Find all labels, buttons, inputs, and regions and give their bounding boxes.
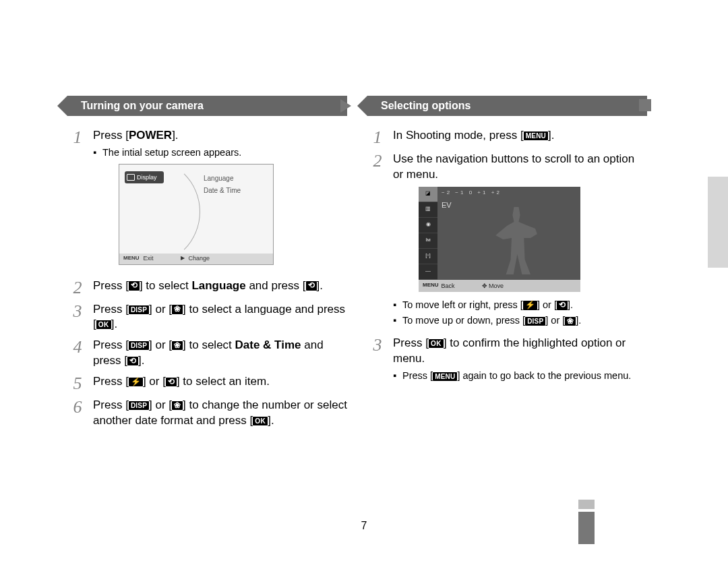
text: ] or [ — [545, 315, 565, 326]
right-step-2: 2 Use the navigation buttons to scroll t… — [367, 152, 647, 330]
text: To move up or down, press [ — [402, 315, 525, 326]
ok-icon: OK — [429, 339, 444, 348]
side-tab-highlight — [708, 177, 728, 268]
sub-text: The intial setup screen appears. — [102, 146, 347, 160]
lcd-footer-move: Move — [482, 282, 504, 290]
lcd-footer: MENU Back Move — [419, 280, 580, 292]
text: Press [ — [93, 279, 129, 292]
step-body: Press [POWER]. ▪ The intial setup screen… — [93, 128, 347, 273]
right-heading: Selecting options — [367, 96, 647, 116]
left-column: Turning on your camera 1 Press [POWER]. … — [67, 96, 347, 434]
text: ]. — [111, 318, 117, 330]
step-number: 4 — [67, 338, 88, 369]
flower-icon: ❀ — [172, 401, 183, 410]
bullet-icon: ▪ — [93, 146, 100, 160]
content-area: Turning on your camera 1 Press [POWER]. … — [67, 96, 647, 434]
lcd-options: Language Date & Time — [204, 173, 241, 197]
left-step-3: 3 Press [DISP] or [❀] to select a langua… — [67, 302, 347, 333]
text: ] to select an item. — [177, 375, 270, 388]
lcd-shooting-screen: ◪ ▥ ◉ Iм [▫] — −2 −1 0 +1 +2 EV MENU — [419, 187, 580, 292]
disp-icon: DISP — [129, 305, 149, 314]
step-body: Press [DISP] or [❀] to select Date & Tim… — [93, 338, 347, 369]
ok-icon: OK — [96, 320, 111, 329]
lcd-footer-back: Back — [442, 282, 455, 290]
lcd-person-silhouette — [493, 207, 540, 274]
lcd-side-icon: ◪ — [419, 187, 437, 202]
lcd-side-icon: — — [419, 264, 437, 280]
sub-text: To move up or down, press [DISP] or [❀]. — [402, 314, 647, 328]
text: and press [ — [246, 279, 306, 292]
disp-icon: DISP — [129, 401, 149, 410]
step-body: Press [DISP] or [❀] to change the number… — [93, 398, 347, 429]
right-heading-text: Selecting options — [381, 100, 471, 111]
play-icon — [340, 99, 351, 113]
lcd-side-icons: ◪ ▥ ◉ Iм [▫] — — [419, 187, 437, 280]
text: ] or [ — [149, 303, 172, 316]
page: English Turning on your camera 1 Press [… — [0, 0, 728, 563]
ok-icon: OK — [253, 417, 268, 425]
right-step-3: 3 Press [OK] to confirm the highlighted … — [367, 336, 647, 385]
lcd-footer-menu: MENU — [423, 282, 439, 289]
sub-bullet: ▪ To move left or right, press [⚡] or [⟲… — [393, 299, 647, 312]
lcd-side-icon: ▥ — [419, 202, 437, 218]
bullet-icon: ▪ — [393, 314, 400, 328]
lcd-footer-exit: Exit — [144, 254, 154, 262]
text: ] to select — [140, 279, 191, 292]
disp-icon: DISP — [525, 317, 545, 326]
text: ]. — [172, 129, 178, 142]
right-step-1: 1 In Shooting mode, press [MENU]. — [367, 128, 647, 146]
sub-text: Press [MENU] again to go back to the pre… — [402, 369, 647, 383]
step-body: Press [⟲] to select Language and press [… — [93, 278, 347, 297]
step-body: Press [OK] to confirm the highlighted op… — [393, 336, 647, 385]
lcd-option-datetime: Date & Time — [204, 185, 241, 197]
menu-icon: MENU — [524, 131, 548, 140]
right-column: Selecting options 1 In Shooting mode, pr… — [367, 96, 647, 390]
text: ] or [ — [143, 375, 166, 388]
step-number: 2 — [67, 278, 88, 297]
text: ] or [ — [537, 299, 557, 310]
lcd-display-tab: Display — [125, 171, 164, 183]
step-body: Press [⚡] or [⟲] to select an item. — [93, 374, 347, 392]
left-heading: Turning on your camera — [67, 96, 347, 116]
flower-icon: ❀ — [172, 305, 183, 314]
text: ]. — [548, 129, 554, 142]
bold-text: Language — [191, 279, 245, 292]
text: To move left or right, press [ — [402, 299, 523, 310]
step-number: 2 — [367, 152, 388, 330]
sub-bullet: ▪ The intial setup screen appears. — [93, 146, 347, 160]
step-body: Press [DISP] or [❀] to select a language… — [93, 302, 347, 333]
step-number: 3 — [367, 336, 388, 385]
text: Use the navigation buttons to scroll to … — [393, 152, 634, 181]
text: In Shooting mode, press [ — [393, 129, 524, 142]
menu-icon: MENU — [433, 372, 457, 381]
left-step-2: 2 Press [⟲] to select Language and press… — [67, 278, 347, 297]
left-step-1: 1 Press [POWER]. ▪ The intial setup scre… — [67, 128, 347, 273]
text: ]. — [317, 279, 323, 292]
left-step-6: 6 Press [DISP] or [❀] to change the numb… — [67, 398, 347, 429]
timer-icon: ⟲ — [127, 357, 138, 365]
timer-icon: ⟲ — [557, 301, 568, 309]
step-number: 1 — [367, 128, 388, 146]
text: Press [ — [93, 303, 129, 316]
text: Press [ — [93, 375, 129, 388]
text: Press [ — [93, 338, 129, 351]
triangle-icon: ▶ — [181, 255, 185, 262]
sub-bullet: ▪ To move up or down, press [DISP] or [❀… — [393, 314, 647, 328]
text: ] or [ — [149, 338, 172, 351]
bold-text: POWER — [129, 129, 172, 142]
lcd-setup-screen: Display Language Date & Time MENU Exit ▶… — [119, 164, 274, 265]
lcd-side-icon: ◉ — [419, 218, 437, 233]
lcd-option-language: Language — [204, 173, 241, 185]
step-number: 1 — [67, 128, 88, 273]
text: Press [ — [393, 336, 429, 349]
step-body: In Shooting mode, press [MENU]. — [393, 128, 647, 146]
text: ]. — [138, 354, 144, 367]
lcd-ev-label: EV — [442, 200, 452, 210]
text: ] again to go back to the previous menu. — [457, 370, 631, 381]
bold-text: Date & Time — [235, 338, 301, 351]
flash-icon: ⚡ — [129, 378, 143, 386]
text: Press [ — [93, 129, 129, 142]
text: ]. — [576, 315, 581, 326]
page-number: 7 — [0, 520, 728, 532]
left-heading-text: Turning on your camera — [81, 100, 204, 111]
